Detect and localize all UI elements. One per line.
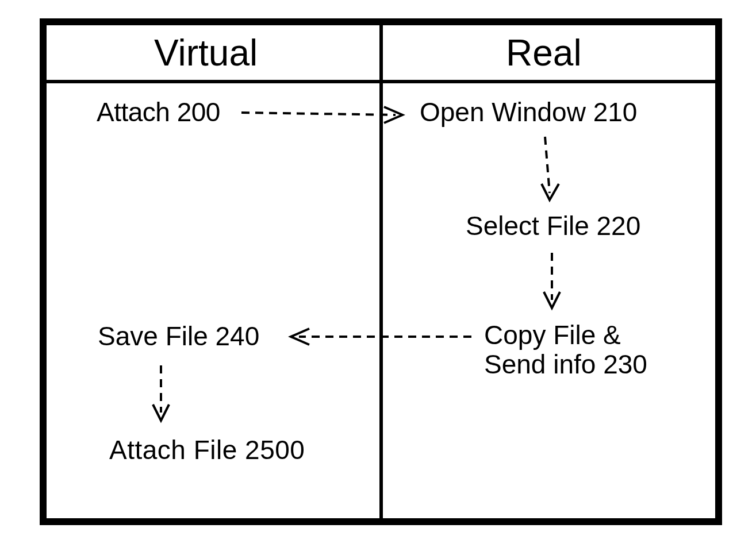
- node-copy-send: Copy File & Send info 230: [484, 321, 657, 379]
- node-select-file: Select File 220: [466, 211, 640, 241]
- node-attach-file: Attach File 2500: [109, 435, 305, 465]
- diagram-stage: Virtual Real Attach 200 Save File 240 At…: [0, 0, 756, 555]
- arrow-open-to-select: [545, 137, 550, 193]
- diagram-svg: [0, 0, 756, 555]
- node-attach: Attach 200: [97, 98, 220, 127]
- node-save-file: Save File 240: [98, 322, 259, 351]
- arrow-attach-to-open: [241, 113, 396, 115]
- header-virtual: Virtual: [154, 34, 258, 71]
- header-real: Real: [506, 34, 582, 71]
- node-open-window: Open Window 210: [420, 98, 637, 127]
